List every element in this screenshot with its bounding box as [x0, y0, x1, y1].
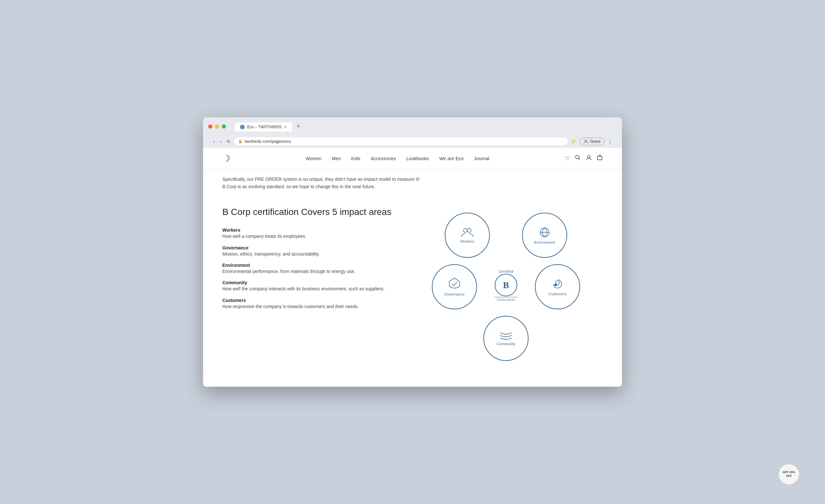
customers-label: Customers — [548, 292, 567, 296]
impact-title-workers: Workers — [222, 227, 396, 233]
discount-line2: OFF — [786, 474, 792, 478]
guest-button[interactable]: Guest — [580, 138, 605, 145]
circle-workers: Workers — [445, 213, 490, 258]
circle-governance: Governance — [432, 264, 477, 309]
circle-customers: Customers — [535, 264, 580, 309]
section-title: B Corp certification Covers 5 impact are… — [222, 206, 396, 218]
community-icon — [499, 331, 513, 340]
refresh-button[interactable]: ↻ — [225, 138, 232, 145]
bcorp-center-badge: Certified B Corporation — [495, 269, 517, 301]
svg-line-3 — [579, 158, 580, 160]
b-letter: B — [503, 280, 509, 290]
cart-icon — [597, 155, 603, 160]
nav-men[interactable]: Men — [332, 156, 341, 161]
workers-label: Workers — [460, 239, 474, 243]
bcorp-diagram: Workers Environment — [409, 206, 603, 367]
search-button[interactable] — [575, 155, 581, 162]
impact-title-customers: Customers — [222, 298, 396, 303]
b-corporation-logo: B — [495, 274, 517, 296]
nav-we-are-eco[interactable]: We are Eco — [439, 156, 464, 161]
svg-point-1 — [585, 140, 587, 142]
back-button[interactable]: ‹ — [212, 138, 216, 145]
more-options-button[interactable]: ⋮ — [607, 138, 613, 145]
browser-titlebar: Eco – TWOTHIRDS ✕ + ‹ › ↻ 🔒 twothirds.co… — [203, 117, 622, 148]
circle-community: Community — [483, 316, 528, 361]
impact-item-workers: Workers How well a company treats its em… — [222, 227, 396, 240]
wishlist-button[interactable]: ♡ — [565, 155, 570, 162]
intro-text: Specifically, our PRE ORDER system is so… — [222, 169, 422, 197]
governance-label: Governance — [444, 292, 464, 296]
guest-icon — [584, 139, 588, 144]
certified-text: Certified — [499, 269, 513, 273]
impact-desc-community: How well the company interacts with its … — [222, 285, 396, 292]
environment-icon — [538, 226, 551, 238]
circle-environment: Environment — [522, 213, 567, 258]
tab-close-icon[interactable]: ✕ — [284, 125, 287, 129]
nav-lookbooks[interactable]: Lookbooks — [406, 156, 429, 161]
nav-journal[interactable]: Journal — [474, 156, 490, 161]
browser-window: Eco – TWOTHIRDS ✕ + ‹ › ↻ 🔒 twothirds.co… — [203, 117, 622, 387]
page-content: ☽ Women Men Kids Accessories Lookbooks W… — [203, 148, 622, 387]
nav-links: Women Men Kids Accessories Lookbooks We … — [305, 156, 489, 161]
forward-button[interactable]: › — [219, 138, 223, 145]
nav-accessories[interactable]: Accessories — [371, 156, 396, 161]
workers-icon — [461, 227, 474, 237]
address-bar-row: ‹ › ↻ 🔒 twothirds.com/pages/eco ⚡ Guest … — [208, 135, 617, 148]
account-icon — [586, 155, 592, 160]
customers-icon — [551, 278, 564, 290]
svg-point-7 — [467, 228, 471, 232]
url-text: twothirds.com/pages/eco — [245, 139, 291, 144]
close-button[interactable] — [208, 124, 212, 129]
nav-kids[interactable]: Kids — [351, 156, 360, 161]
lock-icon: 🔒 — [238, 139, 243, 143]
new-tab-button[interactable]: + — [293, 121, 303, 132]
impact-title-environment: Environment — [222, 263, 396, 268]
svg-rect-5 — [597, 156, 602, 160]
impact-desc-governance: Mission, ethics, transparency, and accou… — [222, 250, 396, 258]
impact-desc-customers: How responsive the company is towards cu… — [222, 303, 396, 310]
tab-title: Eco – TWOTHIRDS — [247, 125, 281, 129]
environment-label: Environment — [534, 240, 555, 244]
diagram-container: Workers Environment — [425, 206, 587, 367]
governance-icon — [449, 278, 460, 290]
impact-item-community: Community How well the company interacts… — [222, 280, 396, 292]
impact-title-governance: Governance — [222, 245, 396, 250]
site-logo: ☽ — [222, 153, 230, 164]
impact-desc-workers: How well a company treats its employees. — [222, 233, 396, 240]
extension-button[interactable]: ⚡ — [571, 138, 577, 144]
account-button[interactable] — [586, 155, 592, 162]
browser-controls: Eco – TWOTHIRDS ✕ + — [208, 121, 617, 132]
address-bar[interactable]: 🔒 twothirds.com/pages/eco — [234, 137, 568, 145]
search-icon — [575, 155, 581, 160]
svg-point-6 — [463, 228, 467, 232]
section-layout: B Corp certification Covers 5 impact are… — [222, 197, 603, 367]
nav-women[interactable]: Women — [305, 156, 321, 161]
community-label: Community — [497, 342, 516, 346]
tab-bar: Eco – TWOTHIRDS ✕ + — [235, 121, 303, 132]
guest-label: Guest — [590, 139, 600, 144]
impact-title-community: Community — [222, 280, 396, 285]
discount-badge[interactable]: GET 15% OFF — [778, 464, 799, 485]
site-nav: ☽ Women Men Kids Accessories Lookbooks W… — [203, 148, 622, 169]
discount-line1: GET 15% — [782, 471, 795, 474]
svg-point-0 — [241, 126, 244, 128]
maximize-button[interactable] — [222, 124, 226, 129]
impact-item-environment: Environment Environmental performance, f… — [222, 263, 396, 275]
corporation-text: Corporation — [495, 297, 517, 301]
cart-button[interactable] — [597, 155, 603, 162]
minimize-button[interactable] — [215, 124, 219, 129]
page-body: Specifically, our PRE ORDER system is so… — [203, 169, 622, 387]
impact-desc-environment: Environmental performance, from material… — [222, 268, 396, 275]
active-tab[interactable]: Eco – TWOTHIRDS ✕ — [235, 123, 292, 132]
svg-point-10 — [554, 284, 556, 286]
impact-item-customers: Customers How responsive the company is … — [222, 298, 396, 310]
svg-point-4 — [588, 155, 590, 158]
impact-item-governance: Governance Mission, ethics, transparency… — [222, 245, 396, 258]
tab-favicon — [240, 125, 245, 129]
browser-actions: ⚡ Guest ⋮ — [571, 138, 613, 145]
text-column: B Corp certification Covers 5 impact are… — [222, 206, 396, 315]
nav-icons: ♡ — [565, 155, 603, 162]
